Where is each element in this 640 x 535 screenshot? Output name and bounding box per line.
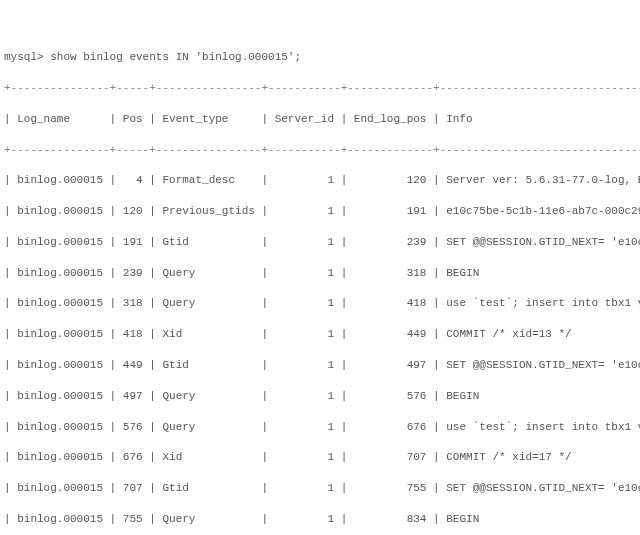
mysql-prompt-line: mysql> show binlog events IN 'binlog.000… bbox=[4, 50, 636, 65]
table-row: | binlog.000015 | 576 | Query | 1 | 676 … bbox=[4, 420, 636, 435]
table-header-row: | Log_name | Pos | Event_type | Server_i… bbox=[4, 112, 636, 127]
table-row: | binlog.000015 | 676 | Xid | 1 | 707 | … bbox=[4, 450, 636, 465]
table-row: | binlog.000015 | 239 | Query | 1 | 318 … bbox=[4, 266, 636, 281]
table-row: | binlog.000015 | 191 | Gtid | 1 | 239 |… bbox=[4, 235, 636, 250]
table-row: | binlog.000015 | 4 | Format_desc | 1 | … bbox=[4, 173, 636, 188]
table-rule-top: +---------------+-----+----------------+… bbox=[4, 81, 636, 96]
table-row: | binlog.000015 | 497 | Query | 1 | 576 … bbox=[4, 389, 636, 404]
table-row: | binlog.000015 | 318 | Query | 1 | 418 … bbox=[4, 296, 636, 311]
table-row: | binlog.000015 | 120 | Previous_gtids |… bbox=[4, 204, 636, 219]
table-row: | binlog.000015 | 449 | Gtid | 1 | 497 |… bbox=[4, 358, 636, 373]
table-row: | binlog.000015 | 418 | Xid | 1 | 449 | … bbox=[4, 327, 636, 342]
table-rule-mid: +---------------+-----+----------------+… bbox=[4, 143, 636, 158]
table-row: | binlog.000015 | 755 | Query | 1 | 834 … bbox=[4, 512, 636, 527]
table-row: | binlog.000015 | 707 | Gtid | 1 | 755 |… bbox=[4, 481, 636, 496]
